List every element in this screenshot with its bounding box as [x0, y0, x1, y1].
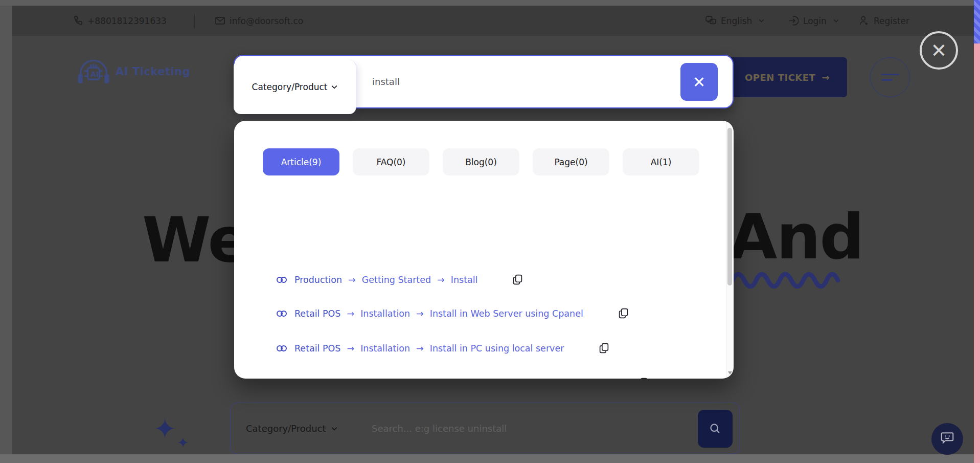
bottom-search-button[interactable]: [698, 410, 733, 448]
arrow-right-icon: →: [435, 378, 444, 379]
chevron-down-icon: [331, 85, 337, 89]
menu-icon: [881, 79, 893, 81]
copy-link-button[interactable]: [637, 378, 648, 379]
clear-search-button[interactable]: ✕: [680, 63, 718, 101]
frame-bottom: [0, 454, 980, 463]
bottom-category-label: Category/Product: [246, 423, 326, 434]
chat-icon: [940, 432, 955, 446]
open-ticket-label: OPEN TICKET: [745, 72, 815, 83]
login-menu[interactable]: Login: [789, 6, 839, 36]
register-link[interactable]: Register: [859, 6, 909, 36]
close-icon: ✕: [693, 73, 705, 91]
menu-button[interactable]: [870, 57, 910, 97]
page-scrollbar[interactable]: [974, 0, 980, 463]
language-label: English: [721, 16, 752, 26]
breadcrumb-segment[interactable]: Install in Web Server using Cpanel: [430, 308, 583, 319]
modal-search-input[interactable]: install: [372, 55, 400, 108]
breadcrumb-segment[interactable]: Getting Started: [360, 378, 429, 379]
sparkle-icon: ✦: [177, 436, 189, 450]
breadcrumb-segment[interactable]: Getting Started: [362, 275, 431, 285]
language-selector[interactable]: A English: [705, 6, 764, 36]
close-icon: ✕: [931, 39, 947, 62]
panel-scrollbar-thumb[interactable]: [727, 128, 732, 285]
bottom-search-placeholder: Search... e:g license uninstall: [372, 423, 507, 434]
frame-left: [0, 6, 12, 454]
link-icon: [276, 310, 288, 317]
language-icon: A: [705, 16, 716, 26]
topbar-phone-label: +8801812391633: [87, 16, 167, 26]
register-label: Register: [874, 16, 909, 26]
login-label: Login: [803, 16, 827, 26]
page-scrollbar-thumb[interactable]: [974, 0, 980, 43]
modal-category-label: Category/Product: [252, 82, 328, 92]
results-tab-page[interactable]: Page(0): [533, 148, 609, 175]
topbar: +8801812391633 info@doorsoft.co A Englis…: [12, 6, 980, 36]
hero-heading-right: And: [729, 201, 863, 273]
logo-text: AI Ticketing: [116, 65, 190, 78]
results-tab-article[interactable]: Article(9): [263, 148, 339, 175]
login-icon: [789, 16, 799, 26]
result-row[interactable]: Production→Getting Started→Install: [276, 274, 523, 285]
arrow-right-icon: →: [436, 275, 446, 285]
search-icon: [710, 423, 721, 434]
link-icon: [276, 345, 288, 352]
open-ticket-button[interactable]: OPEN TICKET →: [727, 57, 847, 97]
arrow-right-icon: →: [346, 308, 355, 319]
result-row[interactable]: Retail POS→Installation→Install in Web S…: [276, 308, 629, 319]
result-row[interactable]: Retail POS→Installation→Install in PC us…: [276, 343, 609, 354]
phone-icon: [73, 16, 83, 26]
breadcrumb-segment[interactable]: Install in PC using local server: [430, 343, 564, 354]
breadcrumb-segment[interactable]: Production: [294, 275, 342, 285]
chevron-down-icon: [833, 19, 839, 23]
menu-icon: [881, 74, 899, 75]
result-row[interactable]: Retail POS→Getting Started→Install in We…: [276, 378, 648, 379]
copy-icon: [512, 274, 523, 285]
modal-category-select[interactable]: Category/Product: [234, 60, 356, 114]
results-tab-blog[interactable]: Blog(0): [443, 148, 519, 175]
copy-icon: [599, 343, 609, 354]
breadcrumb-segment[interactable]: Install in Web Server using Cpanel: [449, 378, 603, 379]
panel-scrollbar[interactable]: [726, 122, 733, 378]
arrow-right-icon: →: [346, 378, 355, 379]
bottom-category-select[interactable]: Category/Product: [246, 403, 337, 454]
topbar-email-label: info@doorsoft.co: [230, 16, 303, 26]
results-tabs: Article(9)FAQ(0)Blog(0)Page(0)AI(1): [263, 148, 699, 175]
breadcrumb-segment[interactable]: Retail POS: [294, 378, 340, 379]
bottom-search-bar: Category/Product Search... e:g license u…: [230, 403, 740, 454]
search-results-panel: Article(9)FAQ(0)Blog(0)Page(0)AI(1) Prod…: [234, 121, 734, 379]
copy-link-button[interactable]: [599, 343, 609, 354]
modal-close-button[interactable]: ✕: [920, 31, 958, 70]
link-icon: [276, 276, 288, 283]
copy-icon: [637, 378, 648, 379]
frame-top: [0, 0, 980, 6]
svg-text:AI: AI: [90, 70, 99, 78]
email-icon: [215, 17, 225, 25]
register-icon: [859, 16, 869, 26]
site-logo[interactable]: AI AI Ticketing: [77, 57, 190, 86]
breadcrumb-segment[interactable]: Retail POS: [294, 343, 340, 354]
chevron-down-icon: [331, 427, 337, 431]
copy-icon: [618, 308, 629, 319]
breadcrumb-segment[interactable]: Installation: [360, 343, 410, 354]
svg-text:A: A: [712, 20, 714, 24]
hero-heading-left: We: [142, 204, 249, 276]
wavy-underline-decoration: [730, 264, 840, 289]
topbar-divider: [194, 14, 195, 28]
chat-widget-button[interactable]: [931, 423, 963, 455]
topbar-email[interactable]: info@doorsoft.co: [215, 6, 303, 36]
breadcrumb-segment[interactable]: Retail POS: [294, 308, 340, 319]
bottom-search-input[interactable]: Search... e:g license uninstall: [372, 403, 507, 454]
arrow-right-icon: →: [822, 72, 830, 83]
sparkle-icon: ✦: [153, 415, 176, 443]
copy-link-button[interactable]: [618, 308, 629, 319]
breadcrumb-segment[interactable]: Install: [451, 275, 478, 285]
arrow-right-icon: →: [415, 343, 425, 354]
topbar-phone[interactable]: +8801812391633: [73, 6, 167, 36]
copy-link-button[interactable]: [512, 274, 523, 285]
modal-search-query: install: [372, 76, 400, 87]
results-tab-ai[interactable]: AI(1): [623, 148, 699, 175]
results-tab-faq[interactable]: FAQ(0): [353, 148, 429, 175]
sparkle-decoration: ✦ ✦: [153, 415, 176, 443]
breadcrumb-segment[interactable]: Installation: [360, 308, 410, 319]
arrow-right-icon: →: [415, 308, 425, 319]
